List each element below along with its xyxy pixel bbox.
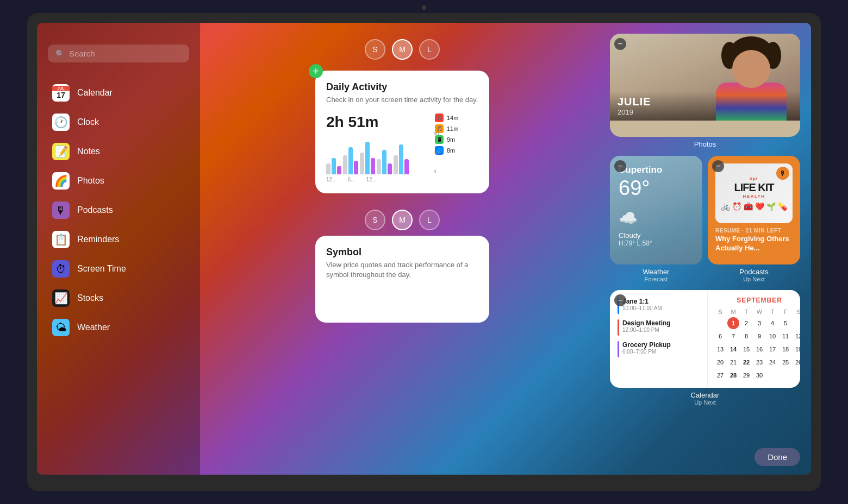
cal-day-5[interactable]: 5: [780, 317, 791, 329]
cal-day-23[interactable]: 23: [753, 356, 765, 368]
cal-day-20[interactable]: 20: [714, 356, 726, 368]
cal-day-14[interactable]: 14: [727, 343, 739, 355]
event-time-3: 6:00–7:00 PM: [622, 349, 671, 355]
size-large-btn-b[interactable]: L: [419, 210, 440, 230]
sidebar-item-label-stocks: Stocks: [77, 293, 103, 303]
event-name-3: Grocery Pickup: [622, 341, 671, 349]
sidebar-item-label-podcasts: Podcasts: [77, 205, 113, 215]
sidebar-item-label-screen-time: Screen Time: [77, 264, 126, 274]
sidebar: 🔍 JUL 17 Calendar 🕐 Clock 📝 Notes 🌈: [37, 23, 200, 475]
daily-activity-widget-card: + Daily Activity Check in on your screen…: [315, 71, 489, 193]
podcasts-app-icon: 🎙: [52, 201, 70, 219]
event-dot-3: [618, 341, 619, 357]
podcast-icons: 🚲 ⏰ 🧰 ❤️ 🌱 💊: [721, 202, 787, 211]
weather-footer-label: Weather: [610, 268, 702, 276]
weather-footer-area: Weather Forecast: [610, 268, 702, 282]
lifekit-title: LIFE KIT: [721, 182, 787, 193]
cal-header-t1: T: [740, 307, 752, 316]
cal-header-s2: S: [793, 307, 800, 316]
photos-footer-area: Photos: [610, 140, 800, 148]
lifekit-tag: HEALTH: [721, 194, 787, 199]
cal-day-8[interactable]: 8: [740, 330, 752, 342]
done-button[interactable]: Done: [755, 448, 800, 466]
cal-day-27[interactable]: 27: [714, 369, 726, 381]
cal-day-7[interactable]: 7: [727, 330, 739, 342]
cal-day-1[interactable]: 1: [727, 317, 739, 329]
cal-day-28[interactable]: 28: [727, 369, 739, 381]
event-content-2: Design Meeting 12:00–1:00 PM: [622, 319, 671, 336]
weather-widget: − Cupertino 69° ☁️ Cloudy H:79° L:58°: [610, 156, 702, 264]
podcasts-footer-area: Podcasts Up Next: [708, 268, 800, 282]
sidebar-item-podcasts[interactable]: 🎙 Podcasts: [48, 196, 189, 224]
calendar-event-3: Grocery Pickup 6:00–7:00 PM: [618, 341, 700, 357]
main-content: S M L + Daily Activity Check in on your …: [200, 23, 604, 475]
cal-day-12[interactable]: 12: [793, 330, 800, 342]
cal-day-16[interactable]: 16: [753, 343, 765, 355]
size-small-btn-b[interactable]: S: [365, 210, 385, 230]
sidebar-item-stocks[interactable]: 📈 Stocks: [48, 284, 189, 312]
weather-high-low: H:79° L:58°: [619, 240, 694, 247]
size-large-btn[interactable]: L: [419, 39, 440, 60]
cal-day-15[interactable]: 15: [740, 343, 752, 355]
weather-condition: Cloudy: [619, 231, 694, 240]
calendar-grid: SEPTEMBER S M T W T F S 1 2: [708, 290, 800, 388]
event-name-2: Design Meeting: [622, 319, 671, 327]
cal-day-3[interactable]: 3: [753, 317, 765, 329]
cal-day-11[interactable]: 11: [780, 330, 791, 342]
calendar-remove-button[interactable]: −: [614, 294, 626, 306]
cal-header-w: W: [753, 307, 765, 316]
notes-app-icon: 📝: [52, 143, 70, 160]
cal-day-21[interactable]: 21: [727, 356, 739, 368]
cal-day-17[interactable]: 17: [766, 343, 778, 355]
cal-day-19[interactable]: 19: [793, 343, 800, 355]
cal-day-9[interactable]: 9: [753, 330, 765, 342]
calendar-widget-container: − Jane 1:1 10:00–11:00 AM: [610, 290, 800, 406]
search-bar[interactable]: 🔍: [48, 45, 189, 62]
sidebar-item-screen-time[interactable]: ⏱ Screen Time: [48, 255, 189, 283]
podcast-artwork-inner: npr LIFE KIT HEALTH 🚲 ⏰ 🧰 ❤️ 🌱: [715, 163, 793, 223]
sidebar-item-weather[interactable]: 🌤 Weather: [48, 313, 189, 342]
calendar-footer-area: Calendar Up Next: [610, 391, 800, 406]
reminders-app-icon: 📋: [52, 231, 70, 248]
event-time-2: 12:00–1:00 PM: [622, 327, 671, 333]
weather-remove-button[interactable]: −: [614, 160, 626, 172]
size-small-btn[interactable]: S: [365, 39, 385, 60]
cal-day-25[interactable]: 25: [780, 356, 791, 368]
chart-x-labels: 12...6...12...: [326, 177, 429, 182]
calendar-widget: Jane 1:1 10:00–11:00 AM Design Meeting 1…: [610, 290, 800, 388]
sidebar-item-clock[interactable]: 🕐 Clock: [48, 108, 189, 136]
cal-day-4[interactable]: 4: [766, 317, 778, 329]
cal-day-30[interactable]: 30: [753, 369, 765, 381]
podcast-resume-label: RESUME · 21 MIN LEFT: [715, 228, 793, 234]
widget-add-button[interactable]: +: [309, 64, 323, 78]
cal-day-26[interactable]: 26: [793, 356, 800, 368]
cal-day-22[interactable]: 22: [740, 356, 752, 368]
cal-day-18[interactable]: 18: [780, 343, 791, 355]
sidebar-item-reminders[interactable]: 📋 Reminders: [48, 225, 189, 254]
sidebar-item-photos[interactable]: 🌈 Photos: [48, 167, 189, 195]
photos-widget-container: −: [610, 34, 800, 148]
cal-day-empty-2: [793, 317, 800, 329]
activity-row-1: 🎵 14m: [435, 114, 478, 122]
cal-day-10[interactable]: 10: [766, 330, 778, 342]
calendar-footer-sublabel: Up Next: [610, 399, 800, 406]
cal-day-13[interactable]: 13: [714, 343, 726, 355]
podcasts-remove-button[interactable]: −: [712, 160, 724, 172]
sidebar-item-label-weather: Weather: [77, 323, 110, 332]
screen-time-app-icon: ⏱: [52, 260, 70, 278]
size-medium-btn-b[interactable]: M: [392, 210, 413, 230]
search-input[interactable]: [69, 49, 182, 58]
cal-day-2[interactable]: 2: [740, 317, 752, 329]
calendar-event-2: Design Meeting 12:00–1:00 PM: [618, 319, 700, 336]
sidebar-item-calendar[interactable]: JUL 17 Calendar: [48, 79, 189, 107]
podcast-episode-title: Why Forgiving Others Actually He...: [715, 235, 793, 253]
sidebar-item-label-calendar: Calendar: [77, 88, 113, 98]
cal-day-24[interactable]: 24: [766, 356, 778, 368]
symbol-widget-title: Symbol: [326, 247, 478, 258]
photos-remove-button[interactable]: −: [614, 38, 626, 50]
size-medium-btn[interactable]: M: [392, 39, 413, 60]
cal-day-6[interactable]: 6: [714, 330, 726, 342]
cal-day-29[interactable]: 29: [740, 369, 752, 381]
cal-header-s1: S: [714, 307, 726, 316]
sidebar-item-notes[interactable]: 📝 Notes: [48, 137, 189, 166]
